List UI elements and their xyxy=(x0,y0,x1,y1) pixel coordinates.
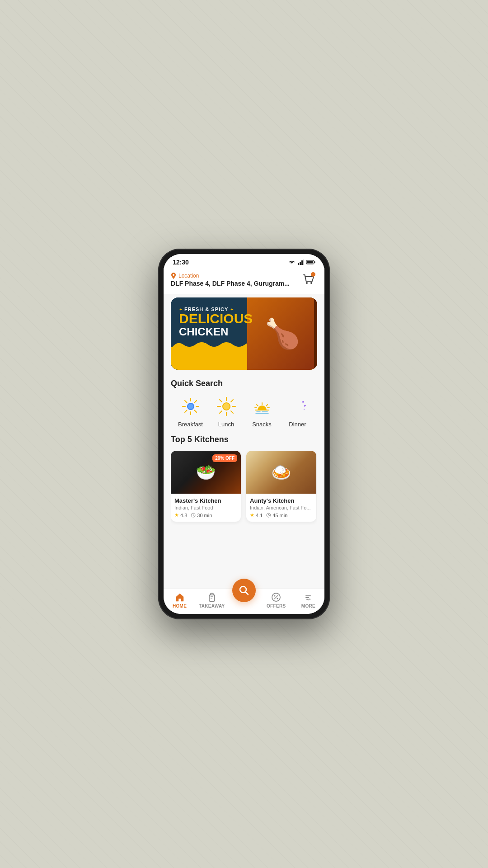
more-nav-icon xyxy=(303,592,313,602)
promo-banner[interactable]: ✦ Fresh & Spicy ✦ Delicious Chicken 🍗 xyxy=(171,297,317,370)
kitchen-image-0: 🥗 20% OFF xyxy=(171,451,241,494)
status-bar: 12:30 xyxy=(164,254,324,268)
nav-offers[interactable]: OFFERS xyxy=(260,592,292,609)
svg-point-9 xyxy=(310,282,312,284)
kitchen-meta-1: ★ 4.1 45 min xyxy=(250,512,313,518)
kitchen-time-0: 30 min xyxy=(191,513,212,518)
banner-spine xyxy=(314,297,317,370)
kitchens-title: Top 5 Kitchens xyxy=(171,435,317,444)
dinner-moon-icon: ✦ ✦ xyxy=(287,396,309,417)
takeaway-nav-label: TAKEAWAY xyxy=(199,604,225,609)
nav-more[interactable]: MORE xyxy=(292,592,324,609)
svg-line-18 xyxy=(194,401,197,403)
wifi-icon xyxy=(288,259,296,265)
svg-rect-1 xyxy=(300,262,301,265)
location-label: Location xyxy=(171,273,290,279)
kitchen-name-0: Master's Kitchen xyxy=(174,497,237,504)
star-icon-0: ★ xyxy=(174,512,179,518)
location-pin-icon xyxy=(171,273,176,279)
svg-point-7 xyxy=(173,274,174,276)
svg-line-27 xyxy=(231,411,233,413)
quick-search-lunch[interactable]: Lunch xyxy=(213,395,240,428)
banner-food-image: 🍗 xyxy=(247,297,317,370)
kitchen-card-1[interactable]: 🍛 Aunty's Kitchen Indian, American, Fast… xyxy=(246,451,316,522)
signal-icon xyxy=(298,259,304,265)
header: Location DLF Phase 4, DLF Phase 4, Gurug… xyxy=(164,268,324,294)
svg-line-16 xyxy=(185,401,187,403)
kitchen-info-0: Master's Kitchen Indian, Fast Food ★ 4.8 xyxy=(171,494,241,522)
svg-point-11 xyxy=(188,404,193,409)
breakfast-sun-icon xyxy=(180,396,202,417)
svg-point-21 xyxy=(223,403,230,410)
kitchen-card-0[interactable]: 🥗 20% OFF Master's Kitchen Indian, Fast … xyxy=(171,451,241,522)
svg-line-26 xyxy=(220,400,222,402)
cart-button[interactable] xyxy=(300,271,317,288)
phone-screen: 12:30 xyxy=(164,254,324,614)
svg-line-33 xyxy=(266,405,267,406)
snacks-icon-container xyxy=(250,395,274,418)
snacks-sunset-icon xyxy=(251,396,273,417)
quick-search-dinner[interactable]: ✦ ✦ Dinner xyxy=(284,395,311,428)
kitchen-rating-0: ★ 4.8 xyxy=(174,512,187,518)
kitchen-meta-0: ★ 4.8 30 min xyxy=(174,512,237,518)
location-address: DLF Phase 4, DLF Phase 4, Gurugram... xyxy=(171,280,290,287)
svg-rect-6 xyxy=(307,261,313,264)
location-block: Location DLF Phase 4, DLF Phase 4, Gurug… xyxy=(171,273,290,287)
quick-search-grid: Breakfast xyxy=(171,395,317,428)
quick-search-breakfast[interactable]: Breakfast xyxy=(177,395,204,428)
home-nav-label: HOME xyxy=(173,604,187,609)
svg-point-57 xyxy=(274,595,276,597)
banner-line3: Chicken xyxy=(179,326,253,338)
scroll-area[interactable]: Location DLF Phase 4, DLF Phase 4, Gurug… xyxy=(164,268,324,588)
search-fab-icon xyxy=(239,585,249,595)
kitchens-scroll[interactable]: 🥗 20% OFF Master's Kitchen Indian, Fast … xyxy=(171,451,317,525)
kitchen-cuisine-0: Indian, Fast Food xyxy=(174,505,237,510)
bottom-nav: HOME TAKEAWAY xyxy=(164,588,324,614)
svg-rect-60 xyxy=(305,597,309,598)
dinner-label: Dinner xyxy=(289,421,306,428)
quick-search-section: Quick Search xyxy=(164,373,324,431)
breakfast-icon-container xyxy=(179,395,202,418)
svg-line-29 xyxy=(220,411,222,413)
phone-frame: 12:30 xyxy=(158,249,330,619)
nav-takeaway[interactable]: TAKEAWAY xyxy=(196,592,228,609)
svg-rect-3 xyxy=(303,259,304,265)
dinner-icon-container: ✦ ✦ xyxy=(286,395,310,418)
cart-notification-dot xyxy=(311,272,315,277)
svg-text:✦: ✦ xyxy=(301,401,303,403)
quick-search-snacks[interactable]: Snacks xyxy=(249,395,276,428)
banner-container: ✦ Fresh & Spicy ✦ Delicious Chicken 🍗 xyxy=(164,294,324,373)
status-icons xyxy=(288,259,315,265)
clock-icon-1 xyxy=(266,513,271,518)
lunch-icon-container xyxy=(215,395,238,418)
star-icon-1: ★ xyxy=(250,512,254,518)
svg-rect-59 xyxy=(305,595,311,596)
bottom-spacer xyxy=(164,529,324,538)
lunch-sun-icon xyxy=(216,396,237,417)
svg-line-19 xyxy=(185,410,187,413)
svg-line-28 xyxy=(231,400,233,402)
home-nav-icon xyxy=(175,592,185,602)
kitchen-time-1: 45 min xyxy=(266,513,287,518)
offers-nav-icon xyxy=(271,592,281,602)
svg-line-46 xyxy=(193,515,194,516)
kitchen-info-1: Aunty's Kitchen Indian, American, Fast F… xyxy=(246,494,316,522)
svg-line-49 xyxy=(269,515,270,516)
snacks-label: Snacks xyxy=(252,421,272,428)
svg-line-17 xyxy=(194,410,197,413)
kitchen-cuisine-1: Indian, American, Fast Fo... xyxy=(250,505,313,510)
more-nav-label: MORE xyxy=(301,604,315,609)
banner-text: ✦ Fresh & Spicy ✦ Delicious Chicken xyxy=(179,307,253,338)
search-fab-button[interactable] xyxy=(232,579,256,602)
svg-point-58 xyxy=(277,598,278,599)
offer-badge-0: 20% OFF xyxy=(212,454,237,462)
svg-rect-5 xyxy=(314,261,315,263)
nav-home[interactable]: HOME xyxy=(164,592,196,609)
svg-line-32 xyxy=(257,405,258,406)
svg-line-51 xyxy=(246,592,249,595)
lunch-label: Lunch xyxy=(218,421,234,428)
banner-line2: Delicious xyxy=(179,312,253,326)
kitchen-name-1: Aunty's Kitchen xyxy=(250,497,313,504)
takeaway-nav-icon xyxy=(207,592,217,602)
clock-icon-0 xyxy=(191,513,196,518)
